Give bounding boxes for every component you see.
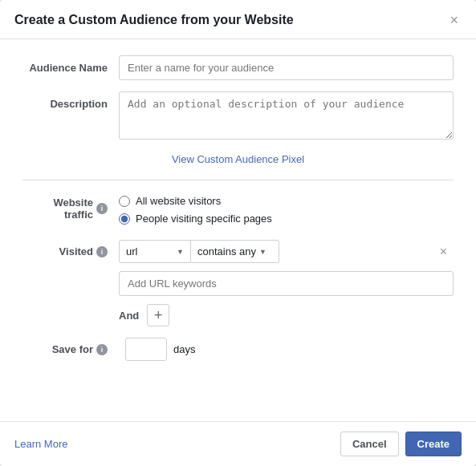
- description-input[interactable]: [119, 91, 454, 140]
- traffic-radio-group: All website visitors People visiting spe…: [119, 195, 454, 230]
- visited-label: Visited i: [22, 245, 119, 257]
- save-for-row: Save for i 30 days: [22, 338, 454, 361]
- visited-row: Visited i url ▼ url domain path con: [22, 240, 454, 263]
- modal-title: Create a Custom Audience from your Websi…: [14, 13, 294, 27]
- pixel-link-row: View Custom Audience Pixel: [22, 153, 454, 165]
- url-type-dropdown[interactable]: url ▼ url domain path: [119, 240, 191, 263]
- audience-name-row: Audience Name: [22, 55, 454, 80]
- audience-name-wrap: [119, 55, 454, 80]
- description-row: Description: [22, 91, 454, 142]
- remove-rule-button[interactable]: ×: [433, 245, 454, 259]
- and-label: And: [119, 310, 139, 322]
- url-keywords-input[interactable]: [119, 271, 454, 296]
- all-visitors-label: All website visitors: [136, 195, 221, 207]
- specific-pages-label: People visiting specific pages: [136, 213, 272, 225]
- learn-more-link[interactable]: Learn More: [14, 438, 67, 450]
- days-label: days: [173, 343, 195, 355]
- and-row: And +: [119, 304, 454, 326]
- website-traffic-row: Website traffic i All website visitors P…: [22, 195, 454, 230]
- footer-actions: Cancel Create: [340, 432, 462, 456]
- specific-pages-option[interactable]: People visiting specific pages: [119, 213, 454, 225]
- url-keywords-row: [119, 271, 454, 296]
- modal-container: Create a Custom Audience from your Websi…: [0, 0, 476, 466]
- traffic-info-icon[interactable]: i: [96, 203, 108, 214]
- audience-form-section: Audience Name Description View Custom Au…: [22, 55, 454, 180]
- website-traffic-label: Website traffic i: [22, 195, 119, 221]
- contains-type-dropdown[interactable]: contains any ▼ contains any contains all…: [191, 240, 279, 263]
- days-input[interactable]: 30: [125, 338, 167, 361]
- audience-name-input[interactable]: [119, 55, 454, 80]
- save-for-label: Save for i: [22, 343, 119, 355]
- description-wrap: [119, 91, 454, 142]
- cancel-button[interactable]: Cancel: [340, 432, 399, 456]
- modal-header: Create a Custom Audience from your Websi…: [0, 0, 476, 39]
- view-pixel-link[interactable]: View Custom Audience Pixel: [172, 153, 304, 165]
- create-button[interactable]: Create: [405, 432, 462, 456]
- description-label: Description: [22, 91, 119, 110]
- specific-pages-radio[interactable]: [119, 213, 130, 225]
- traffic-section: Website traffic i All website visitors P…: [22, 195, 454, 369]
- modal-footer: Learn More Cancel Create: [0, 421, 476, 466]
- close-button[interactable]: ×: [446, 11, 462, 29]
- audience-name-label: Audience Name: [22, 55, 119, 74]
- all-visitors-option[interactable]: All website visitors: [119, 195, 454, 207]
- save-for-info-icon[interactable]: i: [96, 344, 108, 355]
- visited-info-icon[interactable]: i: [96, 246, 108, 257]
- add-condition-button[interactable]: +: [147, 304, 169, 326]
- all-visitors-radio[interactable]: [119, 196, 130, 207]
- visited-controls: url ▼ url domain path contains any ▼ con…: [119, 240, 454, 263]
- modal-body: Audience Name Description View Custom Au…: [0, 39, 476, 421]
